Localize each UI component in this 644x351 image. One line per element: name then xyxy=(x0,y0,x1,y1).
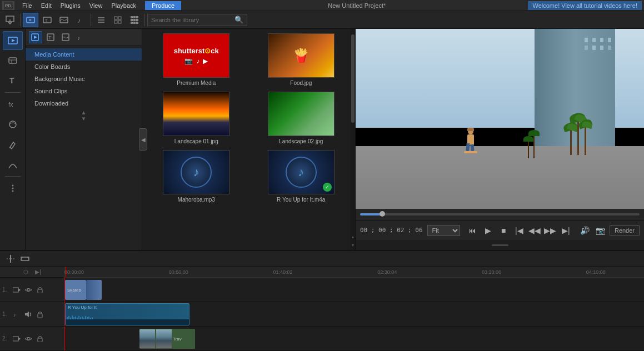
track1-audio-content[interactable]: R You Up for It xyxy=(64,302,644,326)
food-label: Food.jpg xyxy=(290,80,312,86)
track1-content[interactable]: Skateb xyxy=(64,278,644,302)
track1a-mute-btn[interactable] xyxy=(23,309,33,319)
menu-file[interactable]: File xyxy=(18,0,37,11)
track1-type-icon[interactable] xyxy=(12,285,22,295)
library-text-btn[interactable]: T xyxy=(44,31,57,43)
track2-lock-btn[interactable] xyxy=(35,334,45,344)
track2-num: 2. xyxy=(2,335,10,342)
iconbar-more-btn[interactable] xyxy=(3,179,23,198)
media-item-mahoroba[interactable]: ♪ Mahoroba.mp3 xyxy=(147,150,246,203)
iconbar-pen-btn[interactable] xyxy=(3,135,23,154)
track1a-lock-btn[interactable] xyxy=(35,309,45,319)
clip-ryou[interactable]: R You Up for It xyxy=(65,303,189,325)
grid-view-btn[interactable] xyxy=(110,13,126,27)
media-toolbar-btn[interactable] xyxy=(23,13,38,27)
clip-skate2[interactable] xyxy=(86,280,102,300)
iconbar-media-btn[interactable] xyxy=(3,31,23,50)
preview-panel: 00 ; 00 ; 02 ; 06 Fit 100% 50% ⏮ ▶ ■ |◀ … xyxy=(355,29,644,250)
tree-item-downloaded[interactable]: Downloaded xyxy=(26,97,142,109)
svg-rect-28 xyxy=(9,58,17,63)
iconbar-pen2-btn[interactable] xyxy=(3,155,23,174)
import-button[interactable] xyxy=(2,13,18,27)
svg-text:T: T xyxy=(9,76,14,85)
preview-video xyxy=(356,29,644,209)
track2-type-icon[interactable] xyxy=(12,334,22,344)
library-search-input[interactable] xyxy=(151,17,232,23)
media-item-premium[interactable]: shutterst⊙ck 📷♪▶ Premium Media xyxy=(147,33,246,86)
next-clip-btn[interactable]: ▶| xyxy=(559,224,572,237)
tl-zoom-fit-btn[interactable] xyxy=(19,253,31,265)
svg-rect-24 xyxy=(133,22,136,24)
list-view-btn[interactable] xyxy=(93,13,109,27)
tl-split-btn[interactable] xyxy=(4,253,17,265)
ruler-mark-1: 00:50:00 xyxy=(169,269,188,275)
media-item-ryou[interactable]: ♪ ✓ R You Up for It.m4a xyxy=(252,150,351,203)
track2-visible-btn[interactable] xyxy=(23,334,33,344)
menu-edit[interactable]: Edit xyxy=(37,0,56,11)
tl-home-btn[interactable]: ⬡ xyxy=(21,267,31,277)
next-frame-btn[interactable]: ▶▶ xyxy=(543,224,557,237)
scroll-up-btn[interactable]: ▲ xyxy=(351,233,355,240)
audio-toolbar-btn[interactable]: ♪ xyxy=(73,13,88,27)
panel-collapse-btn[interactable]: ◀ xyxy=(139,128,147,151)
prev-frame-btn[interactable]: ◀◀ xyxy=(528,224,541,237)
tree-item-sound-clips[interactable]: Sound Clips xyxy=(26,85,142,97)
stop-btn[interactable]: ■ xyxy=(497,224,510,237)
svg-rect-18 xyxy=(133,16,136,18)
library-audio-btn[interactable]: ♪ xyxy=(74,31,87,43)
svg-rect-16 xyxy=(118,21,121,23)
render-button[interactable]: Render xyxy=(610,225,640,235)
menu-plugins[interactable]: Plugins xyxy=(56,0,85,11)
track2-content[interactable]: Trav xyxy=(64,327,644,350)
track1-visible-btn[interactable] xyxy=(23,285,33,295)
svg-point-37 xyxy=(12,190,13,192)
play-btn[interactable]: ▶ xyxy=(481,224,495,237)
clip-skate1-label: Skateb xyxy=(67,288,81,293)
ruler-mark-4: 03:20:06 xyxy=(482,269,501,275)
tl-skip-btn[interactable]: ▶| xyxy=(33,267,43,277)
track1a-type-icon[interactable]: ♪ xyxy=(12,309,22,319)
menu-bar: PD File Edit Plugins View Playback Produ… xyxy=(0,0,644,11)
scroll-down-btn[interactable]: ▼ xyxy=(351,240,355,250)
clip-skate1[interactable]: Skateb xyxy=(65,280,86,300)
scrubber-track[interactable] xyxy=(360,213,640,215)
iconbar-text-btn[interactable]: T xyxy=(3,71,23,90)
tree-item-media-content[interactable]: Media Content xyxy=(26,48,142,61)
iconbar-fx-btn[interactable]: fx xyxy=(3,95,23,114)
svg-marker-5 xyxy=(29,19,32,21)
volume-btn[interactable]: 🔊 xyxy=(578,224,592,237)
media-item-landscape01[interactable]: Landscape 01.jpg xyxy=(147,92,246,144)
landscape02-label: Landscape 02.jpg xyxy=(279,138,323,144)
clip-trav[interactable]: Trav xyxy=(139,329,195,349)
svg-rect-57 xyxy=(13,337,18,341)
library-video-btn[interactable] xyxy=(29,31,42,43)
play-to-start-btn[interactable]: ⏮ xyxy=(466,224,479,237)
media-item-landscape02[interactable]: Landscape 02.jpg xyxy=(252,92,351,144)
apps-view-btn[interactable] xyxy=(127,13,142,27)
media-item-food[interactable]: 🍟 Food.jpg xyxy=(252,33,351,86)
svg-marker-27 xyxy=(12,39,15,42)
menu-view[interactable]: View xyxy=(85,0,107,11)
tree-item-color-boards[interactable]: Color Boards xyxy=(26,61,142,73)
media-grid-panel: shutterst⊙ck 📷♪▶ Premium Media 🍟 Food.jp… xyxy=(142,29,355,250)
library-image-btn[interactable] xyxy=(59,31,72,43)
menu-playback[interactable]: Playback xyxy=(107,0,141,11)
track1-lock-btn[interactable] xyxy=(35,285,45,295)
text-toolbar-btn[interactable]: T xyxy=(39,13,55,27)
prev-clip-btn[interactable]: |◀ xyxy=(512,224,526,237)
media-grid-scrollbar[interactable] xyxy=(351,29,355,250)
tree-item-background-music[interactable]: Background Music xyxy=(26,73,142,85)
landscape01-label: Landscape 01.jpg xyxy=(174,138,218,144)
svg-rect-23 xyxy=(131,22,133,24)
welcome-message[interactable]: Welcome! View all tutorial videos here! xyxy=(528,1,642,10)
iconbar-mask-btn[interactable] xyxy=(3,115,23,134)
produce-button[interactable]: Produce xyxy=(145,1,181,10)
track1-audio-header: 1. ♪ xyxy=(0,302,64,327)
image-toolbar-btn[interactable] xyxy=(56,13,72,27)
iconbar-theme-btn[interactable] xyxy=(3,51,23,70)
fit-select[interactable]: Fit 100% 50% xyxy=(427,225,460,236)
preview-scrubber[interactable] xyxy=(356,209,644,220)
library-search-box: 🔍 xyxy=(147,14,247,26)
snapshot-btn[interactable]: 📷 xyxy=(594,224,607,237)
iconbar-sep-2 xyxy=(5,176,21,177)
